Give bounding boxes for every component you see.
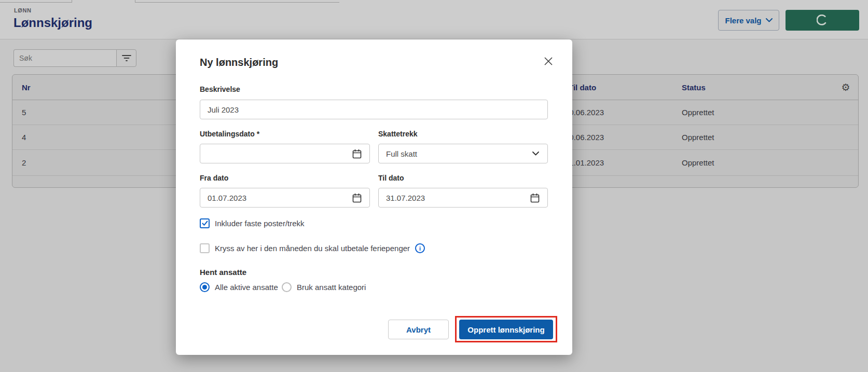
skattetrekk-value: Full skatt xyxy=(386,149,417,158)
column-header-nr: Nr xyxy=(22,75,31,100)
tab-outline-left xyxy=(0,2,72,3)
include-fixed-posts-checkbox-row: Inkluder faste poster/trekk xyxy=(200,218,305,228)
skattetrekk-select[interactable]: Full skatt xyxy=(378,144,548,163)
create-payroll-run-button[interactable]: Opprett lønnskjøring xyxy=(459,320,553,339)
checkbox-label: Inkluder faste poster/trekk xyxy=(215,219,305,228)
cell-nr: 2 xyxy=(22,150,26,176)
cancel-button[interactable]: Avbryt xyxy=(388,320,449,339)
checkbox-unchecked[interactable] xyxy=(200,243,210,253)
more-options-button[interactable]: Flere valg xyxy=(718,10,779,31)
spinner-icon xyxy=(817,15,828,26)
holiday-pay-checkbox-row: Kryss av her i den måneden du skal utbet… xyxy=(200,243,425,253)
cell-status: Opprettet xyxy=(682,150,714,176)
skattetrekk-label: Skattetrekk xyxy=(378,130,418,138)
more-options-label: Flere valg xyxy=(725,16,761,25)
radio-label: Alle aktive ansatte xyxy=(215,283,278,292)
utbetalingsdato-label: Utbetalingsdato * xyxy=(200,130,259,138)
new-payroll-run-button-loading[interactable] xyxy=(786,10,859,31)
hent-ansatte-label: Hent ansatte xyxy=(200,268,246,277)
close-button[interactable] xyxy=(541,54,556,68)
cell-nr: 4 xyxy=(22,125,26,150)
radio-employee-category[interactable]: Bruk ansatt kategori xyxy=(282,282,366,292)
til-dato-field[interactable] xyxy=(378,188,548,208)
cell-status: Opprettet xyxy=(682,125,714,150)
chevron-down-icon xyxy=(532,151,539,156)
info-icon[interactable]: i xyxy=(415,243,425,253)
new-payroll-run-modal: Ny lønnskjøring Beskrivelse Utbetalingsd… xyxy=(176,39,572,355)
fra-dato-label: Fra dato xyxy=(200,174,228,182)
breadcrumb: LØNN xyxy=(14,7,32,13)
radio-label: Bruk ansatt kategori xyxy=(297,283,366,292)
search-bar xyxy=(13,49,136,67)
tab-outline-right xyxy=(135,2,339,3)
utbetalingsdato-field[interactable] xyxy=(200,144,370,163)
checkbox-checked[interactable] xyxy=(200,218,210,228)
beskrivelse-label: Beskrivelse xyxy=(200,85,240,93)
modal-title: Ny lønnskjøring xyxy=(200,57,278,68)
cell-nr: 5 xyxy=(22,100,26,125)
radio-selected-icon xyxy=(200,282,210,292)
tab-outline-corner-left xyxy=(72,0,72,3)
app-window: LØNN Lønnskjøring Flere valg Nr Til d xyxy=(0,0,868,372)
page-title: Lønnskjøring xyxy=(13,16,92,30)
gear-icon[interactable]: ⚙ xyxy=(838,75,853,100)
til-dato-label: Til dato xyxy=(378,174,404,182)
close-icon xyxy=(544,57,553,65)
page-header: LØNN Lønnskjøring Flere valg xyxy=(0,0,868,39)
search-input[interactable] xyxy=(13,49,116,67)
filter-icon xyxy=(122,54,131,62)
fra-dato-field[interactable] xyxy=(200,188,370,208)
column-header-status: Status xyxy=(682,75,706,100)
radio-unselected-icon xyxy=(282,282,292,292)
beskrivelse-field[interactable] xyxy=(200,100,548,119)
cell-status: Opprettet xyxy=(682,100,714,125)
radio-all-active-employees[interactable]: Alle aktive ansatte xyxy=(200,282,278,292)
column-header-til-dato: Til dato xyxy=(569,75,596,100)
chevron-down-icon xyxy=(766,18,773,22)
checkbox-label: Kryss av her i den måneden du skal utbet… xyxy=(215,244,410,253)
filter-button[interactable] xyxy=(116,49,136,67)
checkmark-icon xyxy=(202,221,208,226)
